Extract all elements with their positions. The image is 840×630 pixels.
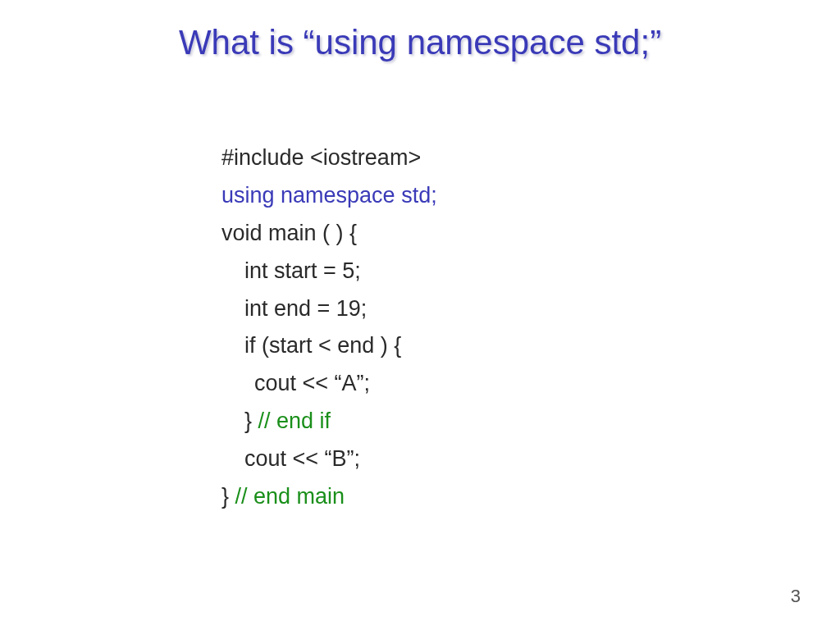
code-line-void-main: void main ( ) { [221, 215, 437, 253]
brace-close: } [244, 409, 258, 433]
brace-close-main: } [221, 484, 235, 509]
page-number: 3 [791, 586, 801, 607]
code-line-end-main: } // end main [221, 478, 437, 516]
code-block: #include <iostream> using namespace std;… [221, 139, 437, 516]
code-line-cout-a: cout << “A”; [221, 365, 437, 403]
code-line-cout-b: cout << “B”; [221, 441, 437, 478]
code-line-include: #include <iostream> [221, 139, 437, 177]
code-line-using-namespace: using namespace std; [221, 177, 437, 215]
comment-end-if: // end if [258, 409, 331, 433]
comment-end-main: // end main [235, 484, 345, 509]
code-line-int-start: int start = 5; [221, 253, 437, 290]
code-line-int-end: int end = 19; [221, 290, 437, 328]
code-line-if: if (start < end ) { [221, 327, 437, 365]
code-line-end-if: } // end if [221, 403, 437, 441]
slide-title: What is “using namespace std;” [0, 0, 840, 62]
